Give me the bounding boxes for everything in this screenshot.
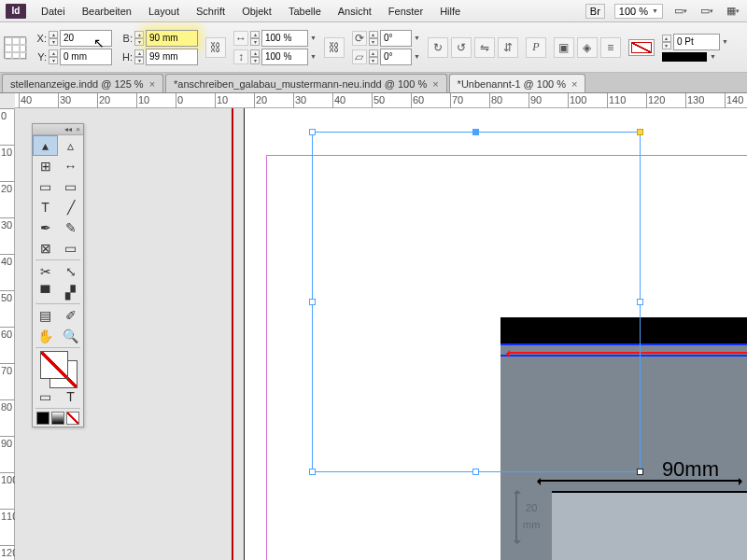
arrange-documents-icon[interactable]: ▦▾ <box>725 4 741 19</box>
fill-swatch[interactable] <box>628 39 655 56</box>
rectangle-tool[interactable]: ▭ <box>58 238 83 259</box>
menu-schrift[interactable]: Schrift <box>189 2 233 21</box>
gap-tool[interactable]: ↔ <box>58 156 83 176</box>
align-icon[interactable]: ≡ <box>600 37 621 58</box>
tools-panel[interactable]: ◂◂× ▴▵ ⊞↔ ▭▭ T╱ ✒✎ ⊠▭ ✂⤡ ▀▞ ▤✐ ✋🔍 ▭T <box>32 123 84 427</box>
chevron-down-icon[interactable]: ▼ <box>722 38 728 45</box>
free-transform-tool[interactable]: ⤡ <box>58 261 83 282</box>
eyedropper-tool[interactable]: ✐ <box>58 305 83 326</box>
stroke-style-swatch[interactable] <box>662 52 707 62</box>
line-tool[interactable]: ╱ <box>58 197 83 217</box>
control-panel: X:▴▾ Y:▴▾ B:▴▾ H:▴▾ ⛓ ↔▴▾▼ ↕▴▾▼ ⛓ ⟳▴▾▼ ▱… <box>0 22 747 73</box>
zoom-tool[interactable]: 🔍 <box>58 326 83 346</box>
ruler-horizontal[interactable]: 4030201001020304050607080901001101201301… <box>15 93 747 108</box>
panel-header[interactable]: ◂◂× <box>33 124 83 135</box>
scale-x-stepper[interactable]: ▴▾ <box>250 31 260 46</box>
menu-layout[interactable]: Layout <box>141 2 187 21</box>
bridge-button[interactable]: Br <box>585 4 605 19</box>
note-tool[interactable]: ▤ <box>33 305 58 326</box>
rectangle-frame-tool[interactable]: ⊠ <box>33 238 58 259</box>
menu-tabelle[interactable]: Tabelle <box>281 2 329 21</box>
constrain-wh-icon[interactable]: ⛓ <box>205 37 226 58</box>
ruler-vertical[interactable]: 0102030405060708090100110120 <box>0 108 15 560</box>
fill-swatch[interactable] <box>40 351 68 379</box>
apply-none-swatch[interactable] <box>66 412 79 425</box>
gradient-feather-tool[interactable]: ▞ <box>58 282 83 302</box>
canvas[interactable]: 90mm 20mm <box>15 108 747 560</box>
screen-mode-icon[interactable]: ▭▾ <box>698 4 715 19</box>
rotate-cw-icon[interactable]: ↻ <box>428 37 448 58</box>
rotate-stepper[interactable]: ▴▾ <box>369 31 378 46</box>
paragraph-marker-icon[interactable]: P <box>526 37 546 58</box>
menu-ansicht[interactable]: Ansicht <box>331 2 379 21</box>
selection-handle[interactable] <box>309 129 316 135</box>
selection-handle[interactable] <box>309 469 316 475</box>
content-placer-tool[interactable]: ▭ <box>58 176 83 197</box>
menu-hilfe[interactable]: Hilfe <box>432 2 468 21</box>
document-tab[interactable]: *Unbenannt-1 @ 100 %× <box>449 74 586 92</box>
document-tab[interactable]: stellenanzeige.indd @ 125 %× <box>2 74 163 92</box>
type-tool[interactable]: T <box>33 197 58 217</box>
selection-handle[interactable] <box>637 129 643 135</box>
stroke-weight-stepper[interactable]: ▴▾ <box>662 35 671 49</box>
stroke-weight-field[interactable] <box>673 34 720 50</box>
apply-gradient-swatch[interactable] <box>51 412 64 425</box>
shear-field[interactable] <box>380 49 412 65</box>
view-options-icon[interactable]: ▭▾ <box>672 4 689 19</box>
menu-bearbeiten[interactable]: Bearbeiten <box>75 2 139 21</box>
scissors-tool[interactable]: ✂ <box>33 261 58 282</box>
w-field[interactable] <box>146 30 198 47</box>
chevron-down-icon[interactable]: ▼ <box>414 53 420 60</box>
selection-handle[interactable] <box>637 299 643 305</box>
selection-handle[interactable] <box>309 299 316 305</box>
x-field[interactable] <box>60 30 112 47</box>
scale-x-field[interactable] <box>261 30 308 47</box>
hand-tool[interactable]: ✋ <box>33 326 58 346</box>
menu-datei[interactable]: Datei <box>34 2 73 21</box>
select-content-icon[interactable]: ◈ <box>577 37 598 58</box>
y-field[interactable] <box>60 49 112 65</box>
w-stepper[interactable]: ▴▾ <box>134 31 144 46</box>
page-tool[interactable]: ⊞ <box>33 156 58 176</box>
h-field[interactable] <box>146 49 198 65</box>
flip-h-icon[interactable]: ⇋ <box>474 37 495 58</box>
constrain-scale-icon[interactable]: ⛓ <box>324 37 345 58</box>
direct-select-tool[interactable]: ▵ <box>58 135 83 156</box>
pen-tool[interactable]: ✒ <box>33 217 58 238</box>
selection-handle[interactable] <box>637 469 643 475</box>
formatting-container-icon[interactable]: ▭ <box>33 386 58 407</box>
close-icon[interactable]: × <box>76 125 80 133</box>
rotate-ccw-icon[interactable]: ↺ <box>451 37 472 58</box>
close-icon[interactable]: × <box>149 78 155 90</box>
menu-fenster[interactable]: Fenster <box>381 2 430 21</box>
chevron-down-icon[interactable]: ▼ <box>310 35 317 41</box>
zoom-level-combo[interactable]: 100 %▼ <box>614 4 663 19</box>
x-stepper[interactable]: ▴▾ <box>49 31 58 46</box>
scale-y-stepper[interactable]: ▴▾ <box>250 49 260 64</box>
select-container-icon[interactable]: ▣ <box>554 37 574 58</box>
rotate-field[interactable] <box>380 30 412 47</box>
chevron-down-icon[interactable]: ▼ <box>414 35 420 41</box>
chevron-down-icon[interactable]: ▼ <box>310 53 317 60</box>
shear-stepper[interactable]: ▴▾ <box>369 49 378 64</box>
h-stepper[interactable]: ▴▾ <box>134 49 144 64</box>
selection-handle[interactable] <box>472 129 479 135</box>
chevron-down-icon[interactable]: ▼ <box>710 53 716 60</box>
apply-color-swatch[interactable] <box>36 412 49 425</box>
gradient-swatch-tool[interactable]: ▀ <box>33 282 58 302</box>
select-tool[interactable]: ▴ <box>33 135 58 156</box>
menu-objekt[interactable]: Objekt <box>234 2 279 21</box>
close-icon[interactable]: × <box>571 78 577 90</box>
document-tab[interactable]: *anschreiben_galabau_mustermann-neu.indd… <box>165 74 447 92</box>
selection-box[interactable] <box>312 132 641 472</box>
scale-y-field[interactable] <box>261 49 308 65</box>
collapse-icon[interactable]: ◂◂ <box>64 125 72 133</box>
y-stepper[interactable]: ▴▾ <box>49 49 58 64</box>
close-icon[interactable]: × <box>432 78 438 90</box>
reference-point[interactable] <box>4 36 26 59</box>
formatting-text-icon[interactable]: T <box>58 386 83 407</box>
flip-v-icon[interactable]: ⇵ <box>498 37 518 58</box>
pencil-tool[interactable]: ✎ <box>58 217 83 238</box>
selection-handle[interactable] <box>472 469 479 475</box>
content-collector-tool[interactable]: ▭ <box>33 176 58 197</box>
